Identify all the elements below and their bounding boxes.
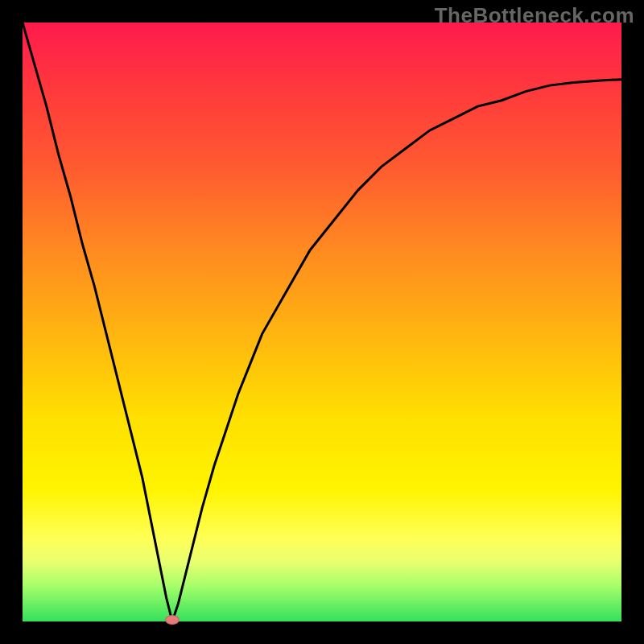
optimal-point-marker [165, 615, 180, 625]
plot-area [23, 23, 621, 621]
curve-path [23, 23, 621, 621]
bottleneck-curve [23, 23, 621, 621]
chart-frame: TheBottleneck.com [0, 0, 644, 644]
